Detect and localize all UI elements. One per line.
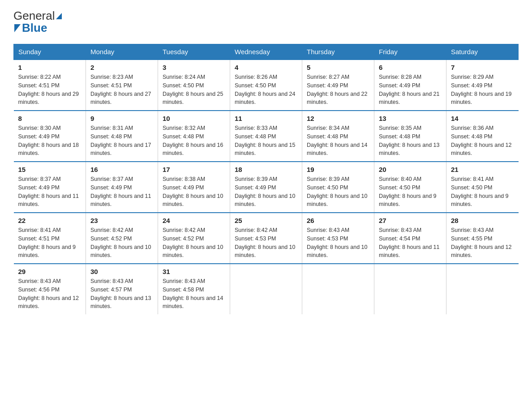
day-number: 9: [90, 115, 153, 122]
day-number: 1: [18, 64, 82, 71]
day-number: 13: [379, 115, 442, 122]
day-cell: 6Sunrise: 8:28 AMSunset: 4:49 PMDaylight…: [374, 60, 446, 111]
day-number: 30: [90, 268, 153, 275]
day-info: Sunrise: 8:37 AMSunset: 4:49 PMDaylight:…: [18, 175, 82, 209]
day-info: Sunrise: 8:43 AMSunset: 4:56 PMDaylight:…: [18, 277, 82, 311]
day-info: Sunrise: 8:35 AMSunset: 4:48 PMDaylight:…: [379, 124, 442, 158]
day-cell: 5Sunrise: 8:27 AMSunset: 4:49 PMDaylight…: [302, 60, 374, 111]
day-cell: 3Sunrise: 8:24 AMSunset: 4:50 PMDaylight…: [158, 60, 230, 111]
day-cell: 27Sunrise: 8:43 AMSunset: 4:54 PMDayligh…: [374, 213, 446, 264]
day-number: 5: [307, 64, 369, 71]
day-number: 12: [307, 115, 369, 122]
day-cell: 9Sunrise: 8:31 AMSunset: 4:48 PMDaylight…: [86, 111, 158, 162]
header-day-monday: Monday: [86, 44, 158, 60]
day-number: 3: [163, 64, 225, 71]
day-number: 29: [18, 268, 82, 275]
day-info: Sunrise: 8:23 AMSunset: 4:51 PMDaylight:…: [90, 73, 153, 107]
day-cell: 7Sunrise: 8:29 AMSunset: 4:49 PMDaylight…: [446, 60, 519, 111]
logo: General Blue: [13, 9, 62, 35]
week-row-4: 22Sunrise: 8:41 AMSunset: 4:51 PMDayligh…: [14, 213, 519, 264]
day-info: Sunrise: 8:42 AMSunset: 4:52 PMDaylight:…: [90, 226, 153, 260]
day-info: Sunrise: 8:36 AMSunset: 4:48 PMDaylight:…: [451, 124, 514, 158]
calendar-table: SundayMondayTuesdayWednesdayThursdayFrid…: [13, 44, 519, 314]
day-cell: 26Sunrise: 8:43 AMSunset: 4:53 PMDayligh…: [302, 213, 374, 264]
day-info: Sunrise: 8:42 AMSunset: 4:53 PMDaylight:…: [235, 226, 297, 260]
day-cell: 31Sunrise: 8:43 AMSunset: 4:58 PMDayligh…: [158, 264, 230, 314]
day-cell: 11Sunrise: 8:33 AMSunset: 4:48 PMDayligh…: [230, 111, 302, 162]
day-number: 20: [379, 166, 442, 173]
day-info: Sunrise: 8:28 AMSunset: 4:49 PMDaylight:…: [379, 73, 442, 107]
header-day-tuesday: Tuesday: [158, 44, 230, 60]
day-number: 22: [18, 217, 82, 224]
day-cell: 4Sunrise: 8:26 AMSunset: 4:50 PMDaylight…: [230, 60, 302, 111]
day-info: Sunrise: 8:33 AMSunset: 4:48 PMDaylight:…: [235, 124, 297, 158]
day-cell: 23Sunrise: 8:42 AMSunset: 4:52 PMDayligh…: [86, 213, 158, 264]
day-info: Sunrise: 8:39 AMSunset: 4:50 PMDaylight:…: [307, 175, 369, 209]
day-info: Sunrise: 8:42 AMSunset: 4:52 PMDaylight:…: [163, 226, 225, 260]
day-info: Sunrise: 8:37 AMSunset: 4:49 PMDaylight:…: [90, 175, 153, 209]
day-number: 18: [235, 166, 297, 173]
day-number: 19: [307, 166, 369, 173]
day-cell: [446, 264, 519, 314]
day-number: 8: [18, 115, 82, 122]
day-info: Sunrise: 8:29 AMSunset: 4:49 PMDaylight:…: [451, 73, 514, 107]
day-info: Sunrise: 8:39 AMSunset: 4:49 PMDaylight:…: [235, 175, 297, 209]
day-info: Sunrise: 8:43 AMSunset: 4:55 PMDaylight:…: [451, 226, 514, 260]
day-number: 10: [163, 115, 225, 122]
header-row: SundayMondayTuesdayWednesdayThursdayFrid…: [14, 44, 519, 60]
day-number: 16: [90, 166, 153, 173]
day-number: 4: [235, 64, 297, 71]
day-info: Sunrise: 8:43 AMSunset: 4:53 PMDaylight:…: [307, 226, 369, 260]
day-info: Sunrise: 8:43 AMSunset: 4:58 PMDaylight:…: [163, 277, 225, 311]
day-cell: 8Sunrise: 8:30 AMSunset: 4:49 PMDaylight…: [14, 111, 86, 162]
day-cell: 14Sunrise: 8:36 AMSunset: 4:48 PMDayligh…: [446, 111, 519, 162]
day-info: Sunrise: 8:31 AMSunset: 4:48 PMDaylight:…: [90, 124, 153, 158]
week-row-3: 15Sunrise: 8:37 AMSunset: 4:49 PMDayligh…: [14, 162, 519, 213]
day-info: Sunrise: 8:30 AMSunset: 4:49 PMDaylight:…: [18, 124, 82, 158]
header-day-friday: Friday: [374, 44, 446, 60]
day-cell: 2Sunrise: 8:23 AMSunset: 4:51 PMDaylight…: [86, 60, 158, 111]
day-number: 2: [90, 64, 153, 71]
day-info: Sunrise: 8:27 AMSunset: 4:49 PMDaylight:…: [307, 73, 369, 107]
day-cell: 1Sunrise: 8:22 AMSunset: 4:51 PMDaylight…: [14, 60, 86, 111]
header-day-thursday: Thursday: [302, 44, 374, 60]
day-number: 14: [451, 115, 514, 122]
day-info: Sunrise: 8:38 AMSunset: 4:49 PMDaylight:…: [163, 175, 225, 209]
day-number: 21: [451, 166, 514, 173]
day-info: Sunrise: 8:32 AMSunset: 4:48 PMDaylight:…: [163, 124, 225, 158]
day-cell: 21Sunrise: 8:41 AMSunset: 4:50 PMDayligh…: [446, 162, 519, 213]
day-info: Sunrise: 8:43 AMSunset: 4:54 PMDaylight:…: [379, 226, 442, 260]
week-row-5: 29Sunrise: 8:43 AMSunset: 4:56 PMDayligh…: [14, 264, 519, 314]
day-cell: 20Sunrise: 8:40 AMSunset: 4:50 PMDayligh…: [374, 162, 446, 213]
day-info: Sunrise: 8:34 AMSunset: 4:48 PMDaylight:…: [307, 124, 369, 158]
week-row-1: 1Sunrise: 8:22 AMSunset: 4:51 PMDaylight…: [14, 60, 519, 111]
day-cell: 13Sunrise: 8:35 AMSunset: 4:48 PMDayligh…: [374, 111, 446, 162]
day-cell: [230, 264, 302, 314]
day-info: Sunrise: 8:40 AMSunset: 4:50 PMDaylight:…: [379, 175, 442, 209]
day-number: 28: [451, 217, 514, 224]
calendar-header: SundayMondayTuesdayWednesdayThursdayFrid…: [14, 44, 519, 60]
day-number: 15: [18, 166, 82, 173]
day-info: Sunrise: 8:26 AMSunset: 4:50 PMDaylight:…: [235, 73, 297, 107]
day-number: 24: [163, 217, 225, 224]
day-info: Sunrise: 8:22 AMSunset: 4:51 PMDaylight:…: [18, 73, 82, 107]
day-info: Sunrise: 8:24 AMSunset: 4:50 PMDaylight:…: [163, 73, 225, 107]
day-cell: 15Sunrise: 8:37 AMSunset: 4:49 PMDayligh…: [14, 162, 86, 213]
day-number: 7: [451, 64, 514, 71]
day-cell: 12Sunrise: 8:34 AMSunset: 4:48 PMDayligh…: [302, 111, 374, 162]
day-cell: 30Sunrise: 8:43 AMSunset: 4:57 PMDayligh…: [86, 264, 158, 314]
day-cell: 28Sunrise: 8:43 AMSunset: 4:55 PMDayligh…: [446, 213, 519, 264]
day-cell: 25Sunrise: 8:42 AMSunset: 4:53 PMDayligh…: [230, 213, 302, 264]
day-cell: [302, 264, 374, 314]
day-cell: 22Sunrise: 8:41 AMSunset: 4:51 PMDayligh…: [14, 213, 86, 264]
day-cell: 18Sunrise: 8:39 AMSunset: 4:49 PMDayligh…: [230, 162, 302, 213]
day-number: 25: [235, 217, 297, 224]
header-day-wednesday: Wednesday: [230, 44, 302, 60]
calendar-body: 1Sunrise: 8:22 AMSunset: 4:51 PMDaylight…: [14, 60, 519, 314]
logo-blue-text: Blue: [22, 21, 47, 35]
header-day-sunday: Sunday: [14, 44, 86, 60]
day-number: 23: [90, 217, 153, 224]
day-number: 27: [379, 217, 442, 224]
day-number: 26: [307, 217, 369, 224]
day-cell: 10Sunrise: 8:32 AMSunset: 4:48 PMDayligh…: [158, 111, 230, 162]
